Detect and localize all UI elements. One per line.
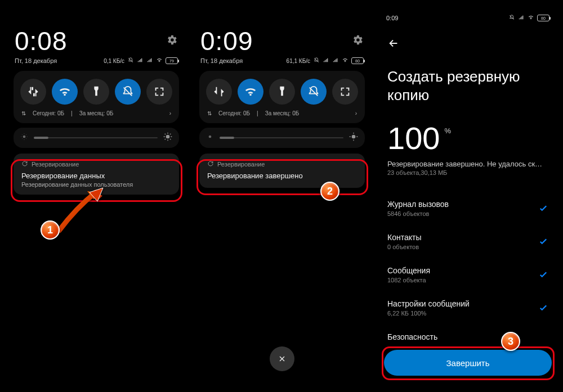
toggle-mute[interactable] (301, 79, 327, 105)
usage-sep: | (257, 110, 258, 116)
back-button[interactable] (387, 37, 548, 52)
signal-icon-2 (332, 57, 339, 64)
toggle-data[interactable] (20, 79, 46, 105)
check-icon (538, 236, 548, 249)
toggle-flashlight[interactable] (269, 79, 295, 105)
notif-app-name: Резервирование (32, 161, 79, 168)
quick-settings-panel: ⇅ Сегодня: 0Б | За месяц: 0Б › (199, 71, 365, 123)
usage-sep: | (71, 110, 73, 116)
data-usage-row[interactable]: ⇅ Сегодня: 0Б | За месяц: 0Б › (19, 105, 173, 119)
svg-point-0 (23, 136, 26, 138)
data-usage-row[interactable]: ⇅ Сегодня: 0Б | За месяц: 0Б › (205, 105, 359, 119)
usage-month: За месяц: 0Б (265, 110, 300, 116)
list-item[interactable]: Сообщения1082 объекта (387, 258, 548, 291)
chevron-right-icon: › (355, 110, 357, 116)
notif-app-row: Резервирование (207, 160, 357, 168)
mute-icon (127, 57, 134, 64)
item-sub: 1082 объекта (387, 277, 538, 283)
page-header: Создать резервную копию (378, 24, 557, 104)
refresh-icon (21, 160, 28, 168)
percent-sign: % (444, 127, 451, 135)
gear-icon[interactable] (166, 34, 178, 48)
date-row: Пт, 18 декабря 0,1 КБ/с 79 (7, 57, 186, 69)
finish-button[interactable]: Завершить (384, 350, 552, 376)
item-sub: 0 объектов (387, 244, 538, 250)
battery-icon: 80 (351, 57, 364, 64)
step-badge-2: 2 (320, 182, 339, 201)
notif-title: Резервирование завершено (207, 172, 357, 180)
refresh-icon (207, 160, 214, 168)
progress-row: 100 % (378, 120, 557, 156)
battery-icon: 80 (537, 15, 549, 21)
signal-icon (323, 57, 329, 64)
page-title: Создать резервную копию (387, 67, 548, 104)
step-badge-3: 3 (501, 332, 520, 351)
wifi-icon (156, 57, 163, 64)
signal-icon (137, 57, 144, 64)
brightness-high-icon (349, 132, 358, 143)
status-bar: 0:09 80 (378, 10, 557, 24)
list-item[interactable]: Настройки сообщений6,22 КБ 100% (387, 291, 548, 325)
brightness-slider[interactable] (199, 128, 365, 148)
usage-icon: ⇅ (207, 110, 212, 116)
battery-icon: 79 (166, 57, 178, 64)
item-title: Журнал вызовов (387, 200, 538, 209)
backup-items-list: Журнал вызовов5846 объектов Контакты0 об… (378, 192, 557, 345)
chevron-right-icon: › (169, 110, 171, 116)
phone-screenshot-2: 0:09 Пт, 18 декабря 61,1 КБ/с 80 ⇅ Сегод… (193, 10, 372, 381)
notif-app-name: Резервирование (217, 161, 265, 168)
network-speed: 0,1 КБ/с (104, 58, 124, 64)
mute-icon (508, 15, 515, 21)
toggle-screenshot[interactable] (146, 79, 172, 105)
gear-icon[interactable] (351, 34, 364, 48)
wifi-icon (528, 15, 534, 21)
date-text: Пт, 18 декабря (200, 57, 243, 64)
svg-marker-2 (90, 188, 103, 201)
check-icon (538, 269, 548, 282)
usage-icon: ⇅ (21, 110, 26, 116)
notification-backup-done[interactable]: Резервирование Резервирование завершено (199, 154, 365, 188)
quick-settings-panel: ⇅ Сегодня: 0Б | За месяц: 0Б › (14, 71, 179, 123)
item-sub: 6,22 КБ 100% (387, 310, 538, 317)
toggle-wifi[interactable] (52, 79, 78, 105)
brightness-low-icon (206, 133, 214, 143)
mute-icon (313, 57, 320, 64)
toggle-screenshot[interactable] (332, 79, 358, 105)
date-text: Пт, 18 декабря (15, 57, 57, 64)
notif-title: Резервирование данных (21, 172, 171, 180)
list-item[interactable]: Журнал вызовов5846 объектов (387, 192, 548, 225)
item-title: Контакты (387, 233, 538, 242)
toggle-wifi[interactable] (238, 79, 263, 105)
brightness-slider[interactable] (14, 128, 179, 148)
backup-status-text: Резервирование завершено. Не удалось ск… (378, 156, 557, 168)
brightness-high-icon (163, 132, 172, 143)
item-sub: 5846 объектов (387, 210, 538, 217)
toggle-mute[interactable] (115, 79, 141, 105)
item-title: Настройки сообщений (387, 299, 538, 308)
clock-time: 0:09 (200, 26, 253, 56)
clock-row: 0:08 (7, 26, 186, 57)
status-time: 0:09 (386, 15, 398, 21)
step-badge-1: 1 (41, 220, 60, 240)
check-icon (538, 303, 548, 315)
progress-value: 100 (387, 120, 440, 156)
svg-point-4 (352, 135, 356, 139)
item-title: Сообщения (387, 266, 538, 275)
svg-point-3 (209, 136, 212, 138)
usage-today: Сегодня: 0Б (218, 110, 250, 116)
toggle-flashlight[interactable] (83, 79, 109, 105)
signal-icon-2 (146, 57, 153, 64)
signal-icon (518, 15, 525, 21)
wifi-icon (342, 57, 348, 64)
svg-point-1 (166, 135, 170, 139)
backup-summary: 23 объекта,30,13 МБ (378, 168, 557, 192)
clear-notifications-button[interactable] (270, 346, 294, 371)
toggle-data[interactable] (206, 79, 232, 105)
item-title: Безопасность (387, 332, 548, 341)
brightness-low-icon (20, 133, 28, 143)
list-item[interactable]: Безопасность (387, 325, 548, 345)
clock-time: 0:08 (15, 26, 68, 56)
check-icon (538, 203, 548, 215)
list-item[interactable]: Контакты0 объектов (387, 225, 548, 258)
clock-row: 0:09 (193, 26, 372, 57)
